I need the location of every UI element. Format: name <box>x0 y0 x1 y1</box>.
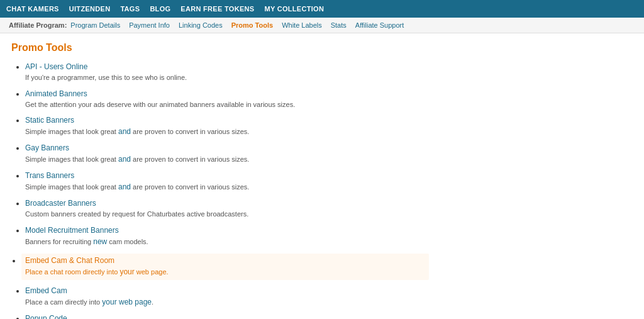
list-item: Animated Banners Get the attention your … <box>25 89 429 110</box>
list-item: Broadcaster Banners Custom banners creat… <box>25 199 429 220</box>
tool-api-users[interactable]: API - Users Online <box>25 62 87 71</box>
list-item: Trans Banners Simple images that look gr… <box>25 171 429 193</box>
trans-and-link[interactable]: and <box>118 182 131 191</box>
main-content: Promo Tools API - Users Online If you're… <box>0 33 440 319</box>
tool-trans-banners[interactable]: Trans Banners <box>25 171 74 180</box>
affiliate-linking-codes[interactable]: Linking Codes <box>179 21 223 29</box>
affiliate-bar: Affiliate Program: Program Details Payme… <box>0 18 644 33</box>
tool-embed-cam-desc: Place a cam directly into your web page. <box>25 296 429 308</box>
tool-static-banners-desc: Simple images that look great and are pr… <box>25 126 429 137</box>
nav-my-collection[interactable]: MY COLLECTION <box>264 5 324 13</box>
your-link-embed-cam[interactable]: your web page <box>102 298 152 306</box>
tool-embed-cam-chat[interactable]: Embed Cam & Chat Room <box>25 256 114 265</box>
list-item: Static Banners Simple images that look g… <box>25 116 429 137</box>
affiliate-payment-info[interactable]: Payment Info <box>129 21 170 29</box>
tool-gay-banners[interactable]: Gay Banners <box>25 143 69 152</box>
tool-model-recruitment[interactable]: Model Recruitment Banners <box>25 226 119 235</box>
list-item: API - Users Online If you're a programme… <box>25 62 429 83</box>
list-item: Popup Code When a user clicks a link on … <box>25 314 429 320</box>
nav-uitzenden[interactable]: UITZENDEN <box>69 5 111 13</box>
tool-api-users-desc: If you're a programmer, use this to see … <box>25 72 429 83</box>
page-title: Promo Tools <box>11 42 429 53</box>
tool-model-recruitment-desc: Banners for recruiting new cam models. <box>25 236 429 247</box>
gay-and-link[interactable]: and <box>118 155 131 164</box>
nav-chat-kamers[interactable]: CHAT KAMERS <box>6 5 59 13</box>
list-item: Embed Cam Place a cam directly into your… <box>25 286 429 308</box>
tool-popup-code[interactable]: Popup Code <box>25 314 67 320</box>
tools-list: API - Users Online If you're a programme… <box>11 62 429 319</box>
tool-broadcaster-banners[interactable]: Broadcaster Banners <box>25 199 96 208</box>
tool-embed-cam-chat-desc: Place a chat room directly into your web… <box>25 266 425 277</box>
tool-gay-banners-desc: Simple images that look great and are pr… <box>25 154 429 165</box>
affiliate-stats[interactable]: Stats <box>331 21 347 29</box>
tool-animated-banners-desc: Get the attention your ads deserve with … <box>25 99 429 110</box>
tool-embed-cam[interactable]: Embed Cam <box>25 286 67 295</box>
list-item: Gay Banners Simple images that look grea… <box>25 143 429 165</box>
nav-tags[interactable]: TAGS <box>120 5 140 13</box>
affiliate-white-labels[interactable]: White Labels <box>282 21 322 29</box>
nav-blog[interactable]: BLOG <box>150 5 170 13</box>
top-nav: CHAT KAMERS UITZENDEN TAGS BLOG EARN FRE… <box>0 0 644 18</box>
tool-static-banners[interactable]: Static Banners <box>25 116 74 125</box>
list-item: Model Recruitment Banners Banners for re… <box>25 226 429 247</box>
affiliate-label: Affiliate Program: <box>9 21 67 29</box>
your-link-embed-chat[interactable]: your <box>119 267 134 276</box>
nav-earn-tokens[interactable]: EARN FREE TOKENS <box>180 5 254 13</box>
affiliate-program-details[interactable]: Program Details <box>70 21 120 29</box>
list-item-highlighted: Embed Cam & Chat Room Place a chat room … <box>21 254 429 280</box>
tool-animated-banners[interactable]: Animated Banners <box>25 89 87 98</box>
tool-broadcaster-banners-desc: Custom banners created by request for Ch… <box>25 209 429 220</box>
affiliate-support[interactable]: Affiliate Support <box>355 21 404 29</box>
affiliate-promo-tools[interactable]: Promo Tools <box>231 21 273 29</box>
new-link[interactable]: new <box>93 237 107 246</box>
static-and-link[interactable]: and <box>118 127 131 136</box>
tool-trans-banners-desc: Simple images that look great and are pr… <box>25 181 429 193</box>
